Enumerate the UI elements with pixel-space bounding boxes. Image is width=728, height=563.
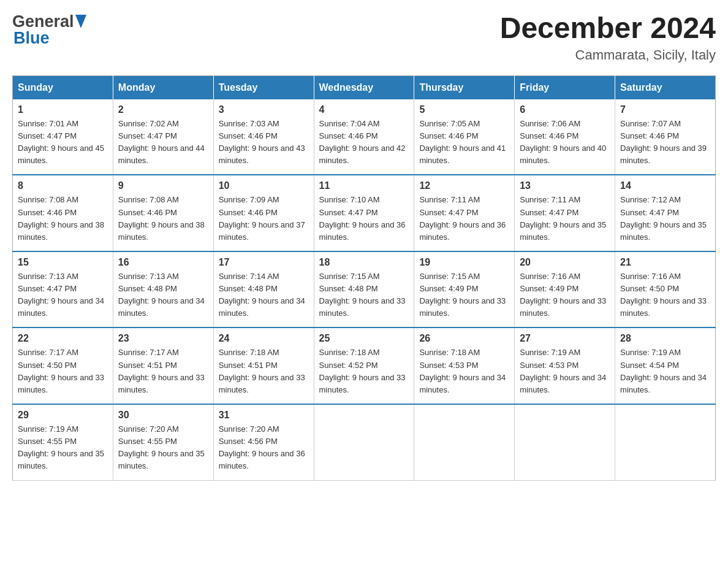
day-number: 10 bbox=[219, 180, 309, 191]
calendar-cell: 27Sunrise: 7:19 AMSunset: 4:53 PMDayligh… bbox=[515, 327, 615, 404]
day-header-row: SundayMondayTuesdayWednesdayThursdayFrid… bbox=[13, 75, 716, 99]
day-info: Sunrise: 7:13 AMSunset: 4:48 PMDaylight:… bbox=[118, 270, 208, 320]
day-info: Sunrise: 7:17 AMSunset: 4:50 PMDaylight:… bbox=[18, 347, 108, 396]
day-info: Sunrise: 7:01 AMSunset: 4:47 PMDaylight:… bbox=[18, 118, 108, 167]
day-info: Sunrise: 7:15 AMSunset: 4:48 PMDaylight:… bbox=[319, 270, 409, 320]
calendar-cell: 6Sunrise: 7:06 AMSunset: 4:46 PMDaylight… bbox=[515, 99, 615, 175]
calendar-cell: 1Sunrise: 7:01 AMSunset: 4:47 PMDaylight… bbox=[13, 99, 113, 175]
calendar-cell: 21Sunrise: 7:16 AMSunset: 4:50 PMDayligh… bbox=[615, 251, 716, 328]
calendar-cell bbox=[314, 404, 414, 480]
day-info: Sunrise: 7:06 AMSunset: 4:46 PMDaylight:… bbox=[520, 118, 610, 167]
day-number: 30 bbox=[118, 410, 208, 421]
day-number: 21 bbox=[620, 257, 710, 268]
calendar-cell: 2Sunrise: 7:02 AMSunset: 4:47 PMDaylight… bbox=[113, 99, 213, 175]
calendar-cell: 13Sunrise: 7:11 AMSunset: 4:47 PMDayligh… bbox=[515, 175, 615, 251]
day-header-sunday: Sunday bbox=[13, 75, 113, 99]
day-number: 27 bbox=[520, 333, 610, 344]
day-number: 4 bbox=[319, 104, 409, 115]
day-number: 19 bbox=[419, 257, 509, 268]
day-info: Sunrise: 7:20 AMSunset: 4:55 PMDaylight:… bbox=[118, 423, 208, 473]
day-info: Sunrise: 7:15 AMSunset: 4:49 PMDaylight:… bbox=[419, 270, 509, 320]
location-label: Cammarata, Sicily, Italy bbox=[500, 47, 716, 63]
day-number: 28 bbox=[620, 333, 710, 344]
calendar-cell: 9Sunrise: 7:08 AMSunset: 4:46 PMDaylight… bbox=[113, 175, 213, 251]
day-number: 26 bbox=[419, 333, 509, 344]
day-info: Sunrise: 7:12 AMSunset: 4:47 PMDaylight:… bbox=[620, 194, 710, 243]
day-info: Sunrise: 7:18 AMSunset: 4:52 PMDaylight:… bbox=[319, 347, 409, 396]
calendar-cell: 14Sunrise: 7:12 AMSunset: 4:47 PMDayligh… bbox=[615, 175, 716, 251]
week-row-3: 15Sunrise: 7:13 AMSunset: 4:47 PMDayligh… bbox=[13, 251, 716, 328]
calendar-cell: 4Sunrise: 7:04 AMSunset: 4:46 PMDaylight… bbox=[314, 99, 414, 175]
day-number: 15 bbox=[18, 257, 108, 268]
day-number: 6 bbox=[520, 104, 610, 115]
calendar-cell: 11Sunrise: 7:10 AMSunset: 4:47 PMDayligh… bbox=[314, 175, 414, 251]
day-info: Sunrise: 7:19 AMSunset: 4:55 PMDaylight:… bbox=[18, 423, 108, 473]
calendar-cell: 29Sunrise: 7:19 AMSunset: 4:55 PMDayligh… bbox=[13, 404, 113, 480]
day-info: Sunrise: 7:07 AMSunset: 4:46 PMDaylight:… bbox=[620, 118, 710, 167]
logo: General Blue bbox=[12, 12, 86, 48]
day-number: 18 bbox=[319, 257, 409, 268]
calendar-cell: 22Sunrise: 7:17 AMSunset: 4:50 PMDayligh… bbox=[13, 327, 113, 404]
calendar-cell bbox=[414, 404, 515, 480]
day-number: 16 bbox=[118, 257, 208, 268]
day-info: Sunrise: 7:18 AMSunset: 4:53 PMDaylight:… bbox=[419, 347, 509, 396]
day-number: 1 bbox=[18, 104, 108, 115]
day-info: Sunrise: 7:19 AMSunset: 4:53 PMDaylight:… bbox=[520, 347, 610, 396]
calendar-cell: 26Sunrise: 7:18 AMSunset: 4:53 PMDayligh… bbox=[414, 327, 515, 404]
day-info: Sunrise: 7:16 AMSunset: 4:50 PMDaylight:… bbox=[620, 270, 710, 320]
title-block: December 2024 Cammarata, Sicily, Italy bbox=[500, 12, 716, 63]
logo-blue-text: Blue bbox=[13, 29, 50, 48]
calendar-cell: 30Sunrise: 7:20 AMSunset: 4:55 PMDayligh… bbox=[113, 404, 213, 480]
day-number: 9 bbox=[118, 180, 208, 191]
page-header: General Blue December 2024 Cammarata, Si… bbox=[12, 12, 716, 63]
day-header-saturday: Saturday bbox=[615, 75, 716, 99]
calendar-cell: 17Sunrise: 7:14 AMSunset: 4:48 PMDayligh… bbox=[213, 251, 314, 328]
day-number: 14 bbox=[620, 180, 710, 191]
day-number: 29 bbox=[18, 410, 108, 421]
calendar-cell bbox=[515, 404, 615, 480]
day-number: 12 bbox=[419, 180, 509, 191]
logo-arrow-icon bbox=[75, 15, 86, 31]
calendar-cell: 28Sunrise: 7:19 AMSunset: 4:54 PMDayligh… bbox=[615, 327, 716, 404]
day-info: Sunrise: 7:04 AMSunset: 4:46 PMDaylight:… bbox=[319, 118, 409, 167]
day-header-tuesday: Tuesday bbox=[213, 75, 314, 99]
calendar-cell: 16Sunrise: 7:13 AMSunset: 4:48 PMDayligh… bbox=[113, 251, 213, 328]
day-info: Sunrise: 7:11 AMSunset: 4:47 PMDaylight:… bbox=[419, 194, 509, 243]
calendar-cell: 23Sunrise: 7:17 AMSunset: 4:51 PMDayligh… bbox=[113, 327, 213, 404]
calendar-cell: 25Sunrise: 7:18 AMSunset: 4:52 PMDayligh… bbox=[314, 327, 414, 404]
day-header-monday: Monday bbox=[113, 75, 213, 99]
day-info: Sunrise: 7:08 AMSunset: 4:46 PMDaylight:… bbox=[18, 194, 108, 243]
day-info: Sunrise: 7:10 AMSunset: 4:47 PMDaylight:… bbox=[319, 194, 409, 243]
day-header-friday: Friday bbox=[515, 75, 615, 99]
day-number: 20 bbox=[520, 257, 610, 268]
day-info: Sunrise: 7:02 AMSunset: 4:47 PMDaylight:… bbox=[118, 118, 208, 167]
day-number: 2 bbox=[118, 104, 208, 115]
day-number: 13 bbox=[520, 180, 610, 191]
calendar-cell: 18Sunrise: 7:15 AMSunset: 4:48 PMDayligh… bbox=[314, 251, 414, 328]
day-info: Sunrise: 7:13 AMSunset: 4:47 PMDaylight:… bbox=[18, 270, 108, 320]
week-row-4: 22Sunrise: 7:17 AMSunset: 4:50 PMDayligh… bbox=[13, 327, 716, 404]
calendar-cell bbox=[615, 404, 716, 480]
day-number: 3 bbox=[219, 104, 309, 115]
day-header-wednesday: Wednesday bbox=[314, 75, 414, 99]
day-number: 22 bbox=[18, 333, 108, 344]
day-info: Sunrise: 7:19 AMSunset: 4:54 PMDaylight:… bbox=[620, 347, 710, 396]
calendar-cell: 15Sunrise: 7:13 AMSunset: 4:47 PMDayligh… bbox=[13, 251, 113, 328]
calendar-cell: 20Sunrise: 7:16 AMSunset: 4:49 PMDayligh… bbox=[515, 251, 615, 328]
calendar-cell: 5Sunrise: 7:05 AMSunset: 4:46 PMDaylight… bbox=[414, 99, 515, 175]
week-row-2: 8Sunrise: 7:08 AMSunset: 4:46 PMDaylight… bbox=[13, 175, 716, 251]
calendar-cell: 19Sunrise: 7:15 AMSunset: 4:49 PMDayligh… bbox=[414, 251, 515, 328]
day-info: Sunrise: 7:17 AMSunset: 4:51 PMDaylight:… bbox=[118, 347, 208, 396]
calendar-cell: 10Sunrise: 7:09 AMSunset: 4:46 PMDayligh… bbox=[213, 175, 314, 251]
day-info: Sunrise: 7:20 AMSunset: 4:56 PMDaylight:… bbox=[219, 423, 309, 473]
day-info: Sunrise: 7:08 AMSunset: 4:46 PMDaylight:… bbox=[118, 194, 208, 243]
day-info: Sunrise: 7:16 AMSunset: 4:49 PMDaylight:… bbox=[520, 270, 610, 320]
month-title: December 2024 bbox=[500, 12, 716, 45]
calendar-cell: 12Sunrise: 7:11 AMSunset: 4:47 PMDayligh… bbox=[414, 175, 515, 251]
day-info: Sunrise: 7:14 AMSunset: 4:48 PMDaylight:… bbox=[219, 270, 309, 320]
day-number: 17 bbox=[219, 257, 309, 268]
calendar-cell: 31Sunrise: 7:20 AMSunset: 4:56 PMDayligh… bbox=[213, 404, 314, 480]
day-info: Sunrise: 7:05 AMSunset: 4:46 PMDaylight:… bbox=[419, 118, 509, 167]
day-info: Sunrise: 7:18 AMSunset: 4:51 PMDaylight:… bbox=[219, 347, 309, 396]
svg-marker-0 bbox=[75, 15, 86, 28]
